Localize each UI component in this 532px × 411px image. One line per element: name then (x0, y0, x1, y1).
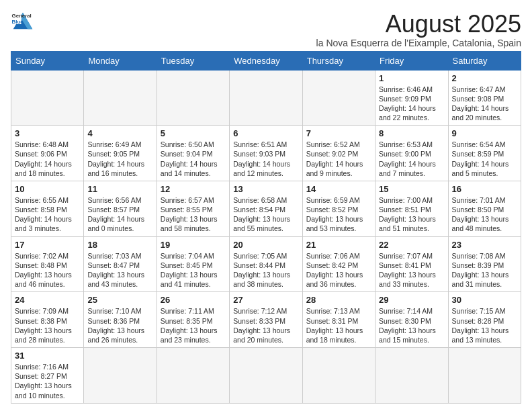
day-info: Sunrise: 7:15 AM Sunset: 8:28 PM Dayligh… (452, 306, 517, 345)
day-number: 13 (233, 184, 298, 194)
day-number: 28 (306, 295, 371, 305)
day-number: 12 (161, 184, 226, 194)
week-row-4: 24Sunrise: 7:09 AM Sunset: 8:38 PM Dayli… (11, 292, 521, 348)
day-number: 21 (306, 240, 371, 250)
calendar-cell: 15Sunrise: 7:00 AM Sunset: 8:51 PM Dayli… (375, 181, 448, 236)
day-header-friday: Friday (375, 51, 448, 70)
day-number: 25 (87, 295, 152, 305)
calendar-cell: 18Sunrise: 7:03 AM Sunset: 8:47 PM Dayli… (84, 236, 157, 292)
day-info: Sunrise: 7:02 AM Sunset: 8:48 PM Dayligh… (15, 251, 80, 289)
calendar-cell: 14Sunrise: 6:59 AM Sunset: 8:52 PM Dayli… (302, 181, 375, 236)
day-header-sunday: Sunday (11, 51, 84, 70)
week-row-1: 3Sunrise: 6:48 AM Sunset: 9:06 PM Daylig… (11, 126, 521, 181)
calendar-cell (375, 348, 448, 404)
day-info: Sunrise: 7:05 AM Sunset: 8:44 PM Dayligh… (233, 251, 298, 289)
day-number: 11 (87, 184, 152, 194)
calendar-cell: 7Sunrise: 6:52 AM Sunset: 9:02 PM Daylig… (302, 126, 375, 181)
day-info: Sunrise: 7:01 AM Sunset: 8:50 PM Dayligh… (452, 195, 517, 234)
day-info: Sunrise: 6:47 AM Sunset: 9:08 PM Dayligh… (452, 85, 517, 123)
calendar-cell: 30Sunrise: 7:15 AM Sunset: 8:28 PM Dayli… (448, 292, 521, 348)
day-info: Sunrise: 7:11 AM Sunset: 8:35 PM Dayligh… (161, 306, 226, 345)
day-number: 20 (233, 240, 298, 250)
calendar-cell: 20Sunrise: 7:05 AM Sunset: 8:44 PM Dayli… (230, 236, 302, 292)
day-info: Sunrise: 7:04 AM Sunset: 8:45 PM Dayligh… (161, 251, 226, 289)
day-header-saturday: Saturday (448, 51, 521, 70)
calendar-table: SundayMondayTuesdayWednesdayThursdayFrid… (11, 51, 521, 404)
calendar-cell: 3Sunrise: 6:48 AM Sunset: 9:06 PM Daylig… (11, 126, 84, 181)
svg-text:General: General (12, 13, 32, 19)
day-info: Sunrise: 7:06 AM Sunset: 8:42 PM Dayligh… (306, 251, 371, 289)
calendar-cell: 12Sunrise: 6:57 AM Sunset: 8:55 PM Dayli… (157, 181, 229, 236)
calendar-cell: 16Sunrise: 7:01 AM Sunset: 8:50 PM Dayli… (448, 181, 521, 236)
day-info: Sunrise: 7:00 AM Sunset: 8:51 PM Dayligh… (379, 195, 444, 234)
day-info: Sunrise: 7:10 AM Sunset: 8:36 PM Dayligh… (87, 306, 152, 345)
calendar-cell: 5Sunrise: 6:50 AM Sunset: 9:04 PM Daylig… (157, 126, 229, 181)
week-row-5: 31Sunrise: 7:16 AM Sunset: 8:27 PM Dayli… (11, 348, 521, 404)
day-number: 16 (452, 184, 517, 194)
day-info: Sunrise: 7:14 AM Sunset: 8:30 PM Dayligh… (379, 306, 444, 345)
day-number: 4 (87, 128, 152, 138)
calendar-cell (157, 348, 229, 404)
week-row-2: 10Sunrise: 6:55 AM Sunset: 8:58 PM Dayli… (11, 181, 521, 236)
day-number: 14 (306, 184, 371, 194)
calendar-cell: 29Sunrise: 7:14 AM Sunset: 8:30 PM Dayli… (375, 292, 448, 348)
calendar-cell: 2Sunrise: 6:47 AM Sunset: 9:08 PM Daylig… (448, 70, 521, 126)
title-block: August 2025 la Nova Esquerra de l'Eixamp… (316, 11, 521, 48)
calendar-cell: 9Sunrise: 6:54 AM Sunset: 8:59 PM Daylig… (448, 126, 521, 181)
calendar-cell: 28Sunrise: 7:13 AM Sunset: 8:31 PM Dayli… (302, 292, 375, 348)
calendar-cell (84, 70, 157, 126)
day-info: Sunrise: 7:12 AM Sunset: 8:33 PM Dayligh… (233, 306, 298, 345)
day-number: 7 (306, 128, 371, 138)
day-info: Sunrise: 6:57 AM Sunset: 8:55 PM Dayligh… (161, 195, 226, 234)
calendar-cell: 8Sunrise: 6:53 AM Sunset: 9:00 PM Daylig… (375, 126, 448, 181)
day-number: 8 (379, 128, 444, 138)
day-info: Sunrise: 6:58 AM Sunset: 8:54 PM Dayligh… (233, 195, 298, 234)
calendar-cell: 13Sunrise: 6:58 AM Sunset: 8:54 PM Dayli… (230, 181, 302, 236)
calendar-cell: 6Sunrise: 6:51 AM Sunset: 9:03 PM Daylig… (230, 126, 302, 181)
day-number: 5 (161, 128, 226, 138)
day-info: Sunrise: 7:16 AM Sunset: 8:27 PM Dayligh… (15, 362, 80, 400)
day-info: Sunrise: 6:50 AM Sunset: 9:04 PM Dayligh… (161, 140, 226, 178)
day-number: 10 (15, 184, 80, 194)
calendar-cell: 27Sunrise: 7:12 AM Sunset: 8:33 PM Dayli… (230, 292, 302, 348)
day-info: Sunrise: 7:09 AM Sunset: 8:38 PM Dayligh… (15, 306, 80, 345)
calendar-cell: 31Sunrise: 7:16 AM Sunset: 8:27 PM Dayli… (11, 348, 84, 404)
day-info: Sunrise: 6:52 AM Sunset: 9:02 PM Dayligh… (306, 140, 371, 178)
day-number: 3 (15, 128, 80, 138)
calendar-cell (448, 348, 521, 404)
calendar-cell (302, 70, 375, 126)
calendar-cell: 4Sunrise: 6:49 AM Sunset: 9:05 PM Daylig… (84, 126, 157, 181)
calendar-cell (230, 70, 302, 126)
calendar-header-row: SundayMondayTuesdayWednesdayThursdayFrid… (11, 51, 521, 70)
week-row-3: 17Sunrise: 7:02 AM Sunset: 8:48 PM Dayli… (11, 236, 521, 292)
day-number: 19 (161, 240, 226, 250)
calendar-cell: 26Sunrise: 7:11 AM Sunset: 8:35 PM Dayli… (157, 292, 229, 348)
day-number: 31 (15, 351, 80, 361)
day-number: 26 (161, 295, 226, 305)
calendar-cell: 11Sunrise: 6:56 AM Sunset: 8:57 PM Dayli… (84, 181, 157, 236)
page-header: General Blue August 2025 la Nova Esquerr… (11, 11, 521, 48)
day-info: Sunrise: 6:56 AM Sunset: 8:57 PM Dayligh… (87, 195, 152, 234)
day-info: Sunrise: 6:51 AM Sunset: 9:03 PM Dayligh… (233, 140, 298, 178)
calendar-cell (230, 348, 302, 404)
day-number: 23 (452, 240, 517, 250)
day-number: 27 (233, 295, 298, 305)
calendar-cell: 23Sunrise: 7:08 AM Sunset: 8:39 PM Dayli… (448, 236, 521, 292)
day-header-monday: Monday (84, 51, 157, 70)
calendar-cell (84, 348, 157, 404)
calendar-cell: 25Sunrise: 7:10 AM Sunset: 8:36 PM Dayli… (84, 292, 157, 348)
day-header-tuesday: Tuesday (157, 51, 229, 70)
day-info: Sunrise: 7:03 AM Sunset: 8:47 PM Dayligh… (87, 251, 152, 289)
day-info: Sunrise: 6:46 AM Sunset: 9:09 PM Dayligh… (379, 85, 444, 123)
calendar-cell: 1Sunrise: 6:46 AM Sunset: 9:09 PM Daylig… (375, 70, 448, 126)
day-header-wednesday: Wednesday (230, 51, 302, 70)
calendar-cell (11, 70, 84, 126)
day-info: Sunrise: 6:55 AM Sunset: 8:58 PM Dayligh… (15, 195, 80, 234)
day-number: 17 (15, 240, 80, 250)
calendar-cell: 19Sunrise: 7:04 AM Sunset: 8:45 PM Dayli… (157, 236, 229, 292)
day-info: Sunrise: 6:48 AM Sunset: 9:06 PM Dayligh… (15, 140, 80, 178)
calendar-subtitle: la Nova Esquerra de l'Eixample, Cataloni… (316, 38, 521, 48)
day-number: 2 (452, 73, 517, 83)
day-info: Sunrise: 6:53 AM Sunset: 9:00 PM Dayligh… (379, 140, 444, 178)
day-info: Sunrise: 7:13 AM Sunset: 8:31 PM Dayligh… (306, 306, 371, 345)
